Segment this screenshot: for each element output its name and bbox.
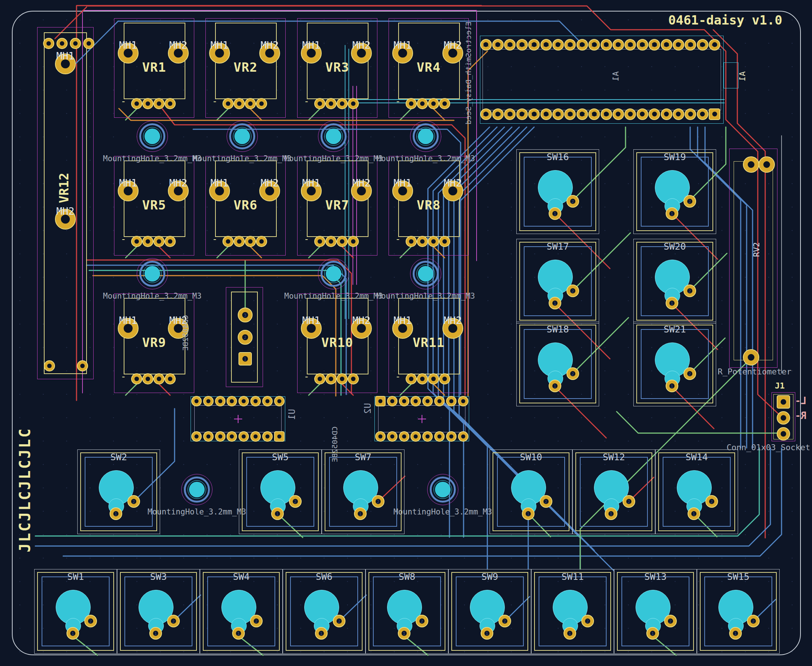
switch-pad-2[interactable]: 2 [499, 615, 511, 627]
ic-pin-pad[interactable] [422, 431, 433, 442]
switch-pad-1[interactable]: 1 [548, 380, 561, 392]
ic-pin-pad[interactable] [239, 431, 249, 442]
switch-pad-2[interactable]: 2 [567, 195, 579, 208]
pin-pad[interactable] [439, 373, 450, 384]
switch-pad-1[interactable]: 1 [66, 627, 79, 640]
switch-footprint[interactable]: 1 2 SW6 [283, 569, 366, 654]
ic-pin-pad[interactable] [458, 396, 468, 406]
pin-pad[interactable] [348, 98, 359, 109]
ic-pin-pad[interactable] [434, 431, 445, 442]
mounting-hole[interactable]: MountingHole_3.2mm_M3 [318, 121, 349, 152]
ic-pin-pad[interactable] [399, 396, 409, 406]
switch-pad-2[interactable]: 2 [289, 495, 301, 508]
pin-pad[interactable] [256, 98, 267, 109]
pin-pad[interactable] [439, 236, 450, 247]
ic-pin-pad[interactable] [399, 431, 409, 442]
switch-pad-2[interactable]: 2 [84, 615, 97, 627]
ic-pin-pad[interactable] [446, 396, 456, 406]
switch-footprint[interactable]: 1 2 SW17 [516, 239, 599, 323]
pin-pad[interactable] [234, 98, 245, 109]
vr-footprint[interactable]: MH1 MH2 VR5 - [114, 156, 194, 256]
switch-pad-1[interactable]: 1 [729, 627, 742, 640]
ic-pin-pad[interactable] [250, 396, 261, 406]
pin-pad[interactable] [165, 236, 176, 247]
switch-pad-1[interactable]: 1 [110, 508, 122, 520]
ic-pin-pad[interactable] [262, 396, 273, 406]
pin-pad[interactable] [131, 373, 142, 384]
switch-pad-2[interactable]: 2 [705, 495, 718, 508]
switch-footprint[interactable]: 1 2 SW3 [117, 569, 200, 654]
switch-footprint[interactable]: 1 2 SW8 [366, 569, 448, 654]
pin-pad[interactable] [417, 373, 428, 384]
switch-footprint[interactable]: 1 2 SW11 [531, 569, 614, 654]
switch-pad-1[interactable]: 1 [232, 627, 245, 640]
switch-pad-2[interactable]: 2 [623, 495, 635, 508]
vr-footprint[interactable]: MH1 MH2 VR6 - [206, 156, 286, 256]
dip16-footprint[interactable]: U2 [374, 396, 469, 441]
ic-pin-pad[interactable] [458, 431, 468, 442]
switch-footprint[interactable]: 1 2 SW19 [633, 149, 716, 234]
switch-pad-2[interactable]: 2 [372, 495, 384, 508]
pin-pad[interactable] [428, 98, 439, 109]
pin-pad[interactable] [314, 236, 325, 247]
ic-pin-pad[interactable] [274, 431, 285, 442]
mounting-hole[interactable]: MountingHole_3.2mm_M3 [410, 258, 441, 289]
switch-footprint[interactable]: 1 2 SW13 [614, 569, 697, 654]
vr-footprint[interactable]: MH1 MH2 VR7 - [297, 156, 377, 256]
pin-pad[interactable] [131, 236, 142, 247]
dip16-footprint[interactable]: U1 [191, 396, 285, 441]
switch-pad-1[interactable]: 1 [688, 508, 700, 520]
mounting-hole[interactable]: MountingHole_3.2mm_M3 [181, 474, 212, 505]
vr-footprint[interactable]: MH1 MH2 VR4 - [389, 18, 469, 118]
pin-pad[interactable] [439, 98, 450, 109]
switch-footprint[interactable]: 1 2 SW5 [239, 450, 322, 534]
switch-pad-2[interactable]: 2 [567, 285, 579, 297]
pin-pad[interactable] [245, 98, 256, 109]
switch-pad-1[interactable]: 1 [605, 508, 618, 520]
vr-footprint[interactable]: MH1 MH2 VR11 - [389, 293, 469, 393]
switch-pad-1[interactable]: 1 [665, 207, 678, 220]
pin-pad[interactable] [406, 373, 417, 384]
vr-footprint[interactable]: MH1 MH2 VR2 - [206, 18, 286, 118]
pin-pad[interactable] [234, 236, 245, 247]
switch-pad-1[interactable]: 1 [354, 508, 367, 520]
ic-pin-pad[interactable] [203, 396, 214, 406]
switch-footprint[interactable]: 1 2 SW18 [516, 321, 599, 406]
pin-pad[interactable] [142, 236, 153, 247]
pin-pad[interactable] [131, 98, 142, 109]
switch-footprint[interactable]: 1 2 SW4 [200, 569, 283, 654]
vr-footprint[interactable]: MH1 MH2 VR10 - [297, 293, 377, 393]
vr-footprint[interactable]: MH1 MH2 VR8 - [389, 156, 469, 256]
mounting-hole[interactable]: MountingHole_3.2mm_M3 [410, 121, 441, 152]
mounting-hole[interactable]: MountingHole_3.2mm_M3 [227, 121, 258, 152]
pin-pad[interactable] [336, 98, 348, 109]
vr-footprint[interactable]: MH1 MH2 VR1 - [114, 18, 194, 118]
mounting-hole[interactable]: MountingHole_3.2mm_M3 [427, 474, 458, 505]
switch-pad-2[interactable]: 2 [127, 495, 140, 508]
pin-pad[interactable] [325, 236, 336, 247]
switch-footprint[interactable]: 1 2 SW16 [516, 149, 599, 234]
switch-footprint[interactable]: 1 2 SW2 [77, 450, 160, 534]
pin-pad[interactable] [348, 373, 359, 384]
switch-pad-1[interactable]: 1 [149, 627, 162, 640]
ic-pin-pad[interactable] [446, 431, 456, 442]
switch-pad-2[interactable]: 2 [684, 195, 696, 208]
pin-pad[interactable] [165, 98, 176, 109]
switch-pad-2[interactable]: 2 [333, 615, 346, 627]
switch-footprint[interactable]: 1 2 SW10 [489, 450, 572, 534]
ic-pin-pad[interactable] [262, 431, 273, 442]
switch-pad-2[interactable]: 2 [416, 615, 428, 627]
switch-pad-1[interactable]: 1 [563, 627, 576, 640]
pin-pad[interactable] [153, 236, 165, 247]
pin-pad[interactable] [222, 98, 234, 109]
pcb-canvas[interactable]: 0461-daisy v1.0 212223242526272829303132… [0, 0, 812, 666]
vr-footprint[interactable]: MH1 MH2 VR3 - [297, 18, 377, 118]
ic-pin-pad[interactable] [375, 431, 385, 442]
ic-pin-pad[interactable] [387, 431, 397, 442]
switch-footprint[interactable]: 1 2 SW12 [572, 450, 655, 534]
pin-pad[interactable] [428, 236, 439, 247]
pin-pad[interactable] [325, 373, 336, 384]
switch-pad-1[interactable]: 1 [665, 297, 678, 310]
ic-pin-pad[interactable] [215, 431, 226, 442]
switch-footprint[interactable]: 1 2 SW20 [633, 239, 716, 323]
